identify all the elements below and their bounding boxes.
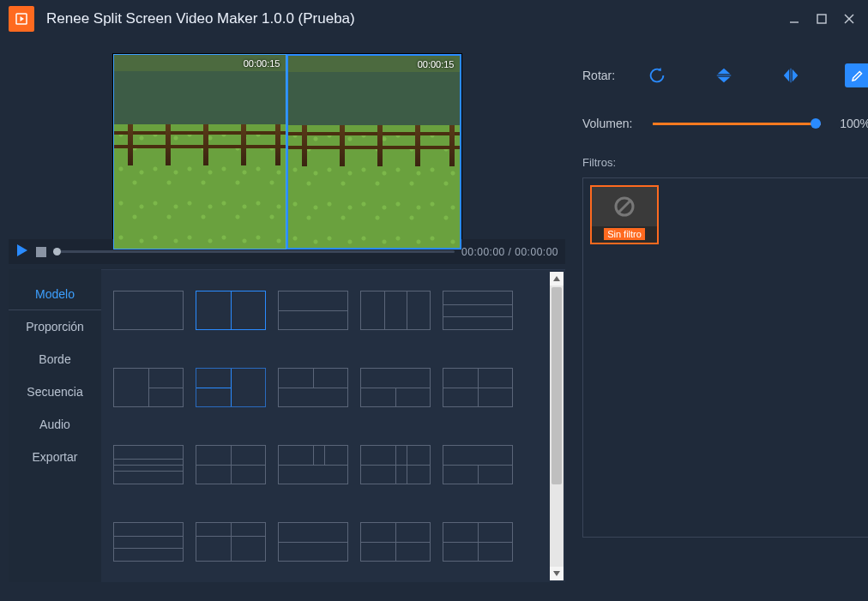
svg-marker-13: [784, 69, 789, 82]
template-2x2[interactable]: [443, 368, 513, 407]
close-button[interactable]: [839, 9, 859, 29]
tab-modelo[interactable]: Modelo: [9, 278, 101, 310]
template-t-bottom2[interactable]: [360, 368, 431, 407]
template-3-top2[interactable]: [278, 445, 348, 484]
play-button[interactable]: [15, 243, 29, 260]
template-1x3[interactable]: [360, 291, 431, 330]
title-bar: Renee Split Screen Video Maker 1.0.0 (Pr…: [0, 0, 868, 38]
template-l-left2[interactable]: [196, 368, 266, 407]
no-filter-icon: [592, 187, 657, 226]
seek-knob[interactable]: [53, 248, 61, 255]
scroll-up-button[interactable]: [550, 272, 564, 285]
svg-marker-10: [718, 69, 731, 74]
template-1x1[interactable]: [113, 291, 184, 330]
svg-marker-14: [793, 69, 798, 82]
split-screen-preview[interactable]: 00:00:15 00:00:15: [112, 53, 462, 250]
template-2x1[interactable]: [278, 291, 348, 330]
rotate-label: Rotar:: [582, 69, 644, 82]
app-logo-icon: [9, 6, 34, 32]
filters-list: Sin filtro: [582, 177, 868, 538]
svg-rect-4: [817, 15, 826, 23]
volume-label: Volumen:: [582, 117, 644, 130]
svg-line-17: [618, 201, 630, 213]
template-grid-mixed[interactable]: [360, 445, 431, 484]
filter-none[interactable]: Sin filtro: [590, 185, 659, 244]
app-title: Renee Split Screen Video Maker 1.0.0 (Pr…: [46, 10, 355, 27]
volume-value: 100%: [829, 117, 868, 130]
tab-borde[interactable]: Borde: [9, 343, 101, 376]
template-2x1-over-1[interactable]: [443, 445, 513, 484]
svg-marker-9: [553, 571, 560, 576]
svg-marker-7: [17, 244, 27, 256]
minimize-button[interactable]: [784, 9, 805, 29]
template-scrollbar[interactable]: [550, 272, 564, 580]
svg-marker-8: [553, 276, 560, 281]
preview-pane-left[interactable]: 00:00:15: [113, 54, 286, 249]
tab-audio[interactable]: Audio: [9, 408, 101, 441]
template-1x2[interactable]: [196, 291, 266, 330]
model-template-pane: [101, 269, 565, 582]
timestamp-right: 00:00:15: [418, 59, 455, 69]
template-more-3[interactable]: [278, 522, 348, 562]
template-t-top2[interactable]: [278, 368, 348, 407]
flip-vertical-button[interactable]: [711, 63, 737, 87]
template-more-5[interactable]: [443, 522, 513, 562]
right-panel: Rotar: Volumen: 100%: [565, 38, 868, 582]
template-more-2[interactable]: [196, 522, 266, 562]
rotate-cw-button[interactable]: [644, 63, 670, 87]
side-tabs: Modelo Proporción Borde Secuencia Audio …: [9, 269, 101, 582]
template-l-right2[interactable]: [113, 368, 184, 407]
tab-secuencia[interactable]: Secuencia: [9, 376, 101, 408]
template-4x1[interactable]: [113, 445, 184, 484]
filters-label: Filtros:: [582, 156, 868, 169]
flip-horizontal-button[interactable]: [778, 63, 804, 87]
volume-slider[interactable]: [653, 123, 821, 125]
timestamp-left: 00:00:15: [244, 58, 280, 69]
tab-exportar[interactable]: Exportar: [9, 441, 101, 473]
filter-none-label: Sin filtro: [604, 228, 645, 240]
preview-pane-right[interactable]: 00:00:15: [286, 54, 461, 249]
template-more-1[interactable]: [113, 522, 184, 562]
preview-area: 00:00:15 00:00:15: [9, 38, 565, 239]
template-3x1[interactable]: [443, 291, 513, 330]
tab-proporcion[interactable]: Proporción: [9, 310, 101, 343]
svg-marker-11: [718, 77, 731, 82]
stop-button[interactable]: [36, 247, 46, 257]
scroll-down-button[interactable]: [550, 567, 564, 580]
timecode: 00:00:00 / 00:00:00: [461, 246, 558, 258]
maximize-button[interactable]: [811, 9, 832, 29]
volume-knob[interactable]: [811, 118, 821, 129]
scroll-thumb[interactable]: [552, 287, 562, 484]
template-2x1-split-left[interactable]: [196, 445, 266, 484]
seek-slider[interactable]: [53, 250, 455, 253]
template-more-4[interactable]: [360, 522, 431, 562]
edit-button[interactable]: [845, 63, 868, 87]
